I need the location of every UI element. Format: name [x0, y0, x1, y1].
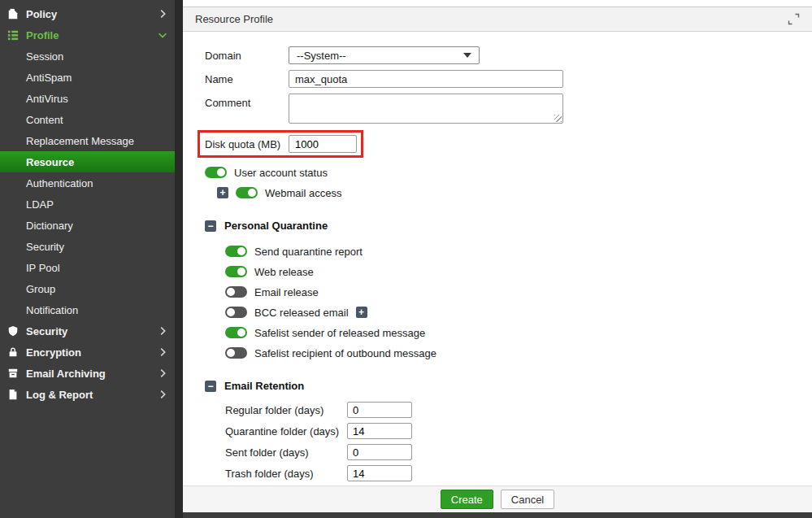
sidebar-item-authentication[interactable]: Authentication: [0, 172, 175, 194]
name-row: Name: [205, 70, 812, 88]
sidebar-divider: [175, 0, 183, 518]
chevron-right-icon: [157, 8, 168, 20]
toggle-send-quarantine-report[interactable]: [225, 246, 247, 257]
main-area: Resource Profile Domain --System-- Name: [183, 0, 812, 518]
resource-profile-panel: Resource Profile Domain --System-- Name: [183, 7, 812, 512]
sidebar-item-dictionary[interactable]: Dictionary: [0, 215, 175, 236]
sidebar-item-profile[interactable]: Profile: [0, 24, 175, 46]
sidebar: Policy Profile Session AntiSpam AntiViru…: [0, 0, 175, 518]
chevron-right-icon: [157, 389, 168, 400]
quarantine-folder-input[interactable]: [347, 423, 412, 439]
document-icon: [7, 388, 20, 401]
trash-folder-row: Trash folder (days): [225, 465, 812, 481]
safelist-sender-row: Safelist sender of released message: [225, 323, 812, 342]
regular-folder-row: Regular folder (days): [225, 402, 812, 418]
name-input[interactable]: [289, 70, 563, 88]
domain-select[interactable]: --System--: [289, 46, 480, 64]
toggle-email-release[interactable]: [225, 286, 247, 298]
send-quarantine-report-row: Send quarantine report: [225, 242, 812, 261]
sidebar-item-content[interactable]: Content: [0, 109, 175, 130]
safelist-recipient-row: Safelist recipient of outbound message: [225, 343, 812, 363]
personal-quarantine-title: Personal Quarantine: [224, 220, 328, 232]
toggle-safelist-recipient[interactable]: [225, 347, 247, 359]
cancel-button[interactable]: Cancel: [501, 490, 554, 509]
chevron-right-icon: [157, 368, 168, 379]
collapse-minus-icon[interactable]: [205, 381, 216, 392]
domain-row: Domain --System--: [205, 46, 812, 64]
sidebar-item-notification[interactable]: Notification: [0, 299, 175, 320]
domain-selected-value: --System--: [297, 50, 346, 62]
panel-header: Resource Profile: [183, 7, 812, 32]
sidebar-item-log-report[interactable]: Log & Report: [0, 384, 175, 405]
panel-footer: Create Cancel: [183, 485, 812, 512]
name-label: Name: [205, 73, 289, 85]
sidebar-item-group[interactable]: Group: [0, 278, 175, 299]
toggle-safelist-sender[interactable]: [225, 327, 247, 338]
sidebar-item-ip-pool[interactable]: IP Pool: [0, 257, 175, 278]
lock-icon: [7, 346, 20, 359]
trash-folder-input[interactable]: [347, 465, 412, 481]
sidebar-item-session[interactable]: Session: [0, 46, 175, 67]
panel-body: Domain --System-- Name Comment: [183, 32, 812, 485]
window-bottom-edge: [183, 512, 812, 518]
web-release-row: Web release: [225, 262, 812, 281]
sidebar-item-label: Policy: [26, 8, 157, 20]
quarantine-folder-row: Quarantine folder (days): [225, 423, 812, 439]
comment-input[interactable]: [289, 94, 563, 124]
sidebar-item-resource[interactable]: Resource: [0, 151, 175, 172]
sidebar-item-security[interactable]: Security: [0, 320, 175, 342]
disk-quota-row: Disk quota (MB): [205, 129, 812, 163]
maximize-icon[interactable]: [788, 13, 800, 25]
comment-row: Comment: [205, 94, 812, 124]
chevron-right-icon: [157, 325, 168, 337]
caret-down-icon: [463, 53, 471, 58]
bcc-released-email-row: BCC released email: [225, 303, 812, 322]
resize-grip-icon[interactable]: [554, 115, 562, 122]
sent-folder-row: Sent folder (days): [225, 444, 812, 460]
sidebar-item-security-profile[interactable]: Security: [0, 236, 175, 257]
comment-label: Comment: [205, 94, 289, 109]
collapse-minus-icon[interactable]: [205, 220, 216, 232]
sidebar-item-policy[interactable]: Policy: [0, 3, 175, 24]
webmail-access-label: Webmail access: [265, 187, 341, 199]
user-account-status-row: User account status: [205, 163, 812, 182]
policy-icon: [7, 7, 20, 20]
sidebar-item-encryption[interactable]: Encryption: [0, 342, 175, 363]
create-button[interactable]: Create: [441, 490, 493, 509]
sidebar-item-antispam[interactable]: AntiSpam: [0, 67, 175, 88]
sidebar-item-ldap[interactable]: LDAP: [0, 194, 175, 215]
app-window: Policy Profile Session AntiSpam AntiViru…: [0, 0, 812, 518]
disk-quota-label: Disk quota (MB): [205, 138, 289, 150]
personal-quarantine-header: Personal Quarantine: [205, 220, 812, 232]
archive-icon: [7, 367, 20, 380]
annotation-red-box: Disk quota (MB): [198, 130, 363, 158]
sidebar-item-email-archiving[interactable]: Email Archiving: [0, 363, 175, 384]
toggle-web-release[interactable]: [225, 266, 247, 277]
shield-icon: [7, 324, 20, 337]
sent-folder-input[interactable]: [347, 444, 412, 460]
profile-icon: [7, 28, 20, 41]
sidebar-item-antivirus[interactable]: AntiVirus: [0, 88, 175, 109]
user-account-status-label: User account status: [234, 167, 328, 179]
chevron-right-icon: [157, 346, 168, 358]
sidebar-item-replacement-message[interactable]: Replacement Message: [0, 130, 175, 151]
page-title: Resource Profile: [195, 13, 788, 25]
chevron-down-icon: [157, 29, 168, 41]
email-retention-title: Email Retention: [224, 380, 304, 392]
regular-folder-input[interactable]: [347, 402, 412, 418]
toggle-webmail-access[interactable]: [236, 187, 258, 198]
sidebar-item-label: Profile: [26, 29, 157, 41]
webmail-access-row: Webmail access: [217, 183, 812, 202]
expand-plus-icon[interactable]: [217, 187, 228, 198]
expand-plus-icon[interactable]: [356, 307, 367, 318]
email-retention-header: Email Retention: [205, 380, 812, 392]
toggle-bcc-released-email[interactable]: [225, 307, 247, 318]
toggle-user-account-status[interactable]: [205, 167, 227, 178]
email-release-row: Email release: [225, 282, 812, 302]
domain-label: Domain: [205, 50, 289, 62]
disk-quota-input[interactable]: [289, 135, 357, 153]
